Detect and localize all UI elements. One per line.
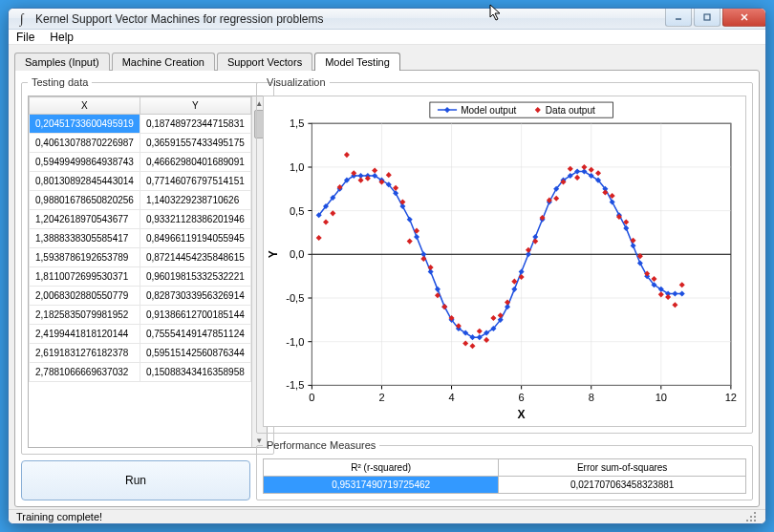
svg-text:2: 2 (378, 392, 384, 403)
svg-text:-1,0: -1,0 (286, 336, 304, 348)
tab-support-vectors[interactable]: Support Vectors (217, 53, 312, 71)
cell-y[interactable]: 0,82873033956326914 (140, 287, 250, 306)
tab-panel-testing: Testing data X Y 0,20451733600495 (14, 70, 760, 507)
performance-legend: Performance Measures (263, 439, 379, 451)
cell-y[interactable]: 0,59515142560876344 (140, 344, 250, 363)
cell-x[interactable]: 1,8110072699530371 (30, 267, 140, 287)
resize-grip[interactable] (744, 510, 758, 523)
titlebar[interactable]: ∫ Kernel Support Vector Machines for reg… (9, 9, 765, 30)
cell-y[interactable]: 1,1403229238710626 (140, 191, 250, 210)
col-header-x[interactable]: X (30, 97, 140, 115)
perf-value-r2[interactable]: 0,95317490719725462 (264, 477, 499, 494)
cell-x[interactable]: 2,6191831276182378 (30, 344, 140, 363)
cell-y[interactable]: 0,91386612700185144 (140, 306, 250, 325)
svg-text:-1,5: -1,5 (286, 380, 304, 392)
table-row[interactable]: 2,78810666696370320,15088343416358958 (30, 363, 251, 382)
table-row[interactable]: 2,18258350799819520,91386612700185144 (30, 306, 251, 325)
testing-data-group: Testing data X Y 0,20451733600495 (21, 76, 274, 455)
perf-value-sse[interactable]: 0,021707063458323881 (499, 477, 746, 494)
svg-text:12: 12 (725, 392, 737, 403)
run-button[interactable]: Run (21, 460, 250, 500)
svg-text:Model output: Model output (461, 105, 516, 116)
svg-text:1,5: 1,5 (290, 118, 304, 130)
svg-text:10: 10 (656, 392, 667, 403)
data-grid[interactable]: X Y 0,204517336004959190,187489723447158… (29, 96, 251, 447)
cell-y[interactable]: 0,77146076797514151 (140, 172, 250, 191)
cell-x[interactable]: 0,98801678650820256 (30, 191, 140, 210)
svg-rect-1 (704, 14, 710, 20)
col-header-y[interactable]: Y (140, 97, 250, 115)
svg-text:Data output: Data output (546, 105, 595, 116)
cell-y[interactable]: 0,75554149147851124 (140, 325, 250, 344)
cell-x[interactable]: 1,3888338305585417 (30, 229, 140, 248)
table-row[interactable]: 2,41994418181201440,75554149147851124 (30, 325, 251, 344)
table-row[interactable]: 1,59387861926537890,87214454235848615 (30, 248, 251, 267)
cell-y[interactable]: 0,93321128386201946 (140, 210, 250, 229)
svg-text:0,0: 0,0 (290, 249, 304, 261)
table-row[interactable]: 0,204517336004959190,18748972344715831 (30, 115, 251, 134)
maximize-button[interactable] (694, 8, 720, 27)
cell-x[interactable]: 0,40613078870226987 (30, 134, 140, 153)
svg-text:Y: Y (267, 251, 280, 259)
cell-y[interactable]: 0,84966119194055945 (140, 229, 250, 248)
right-column: Visualization 024681012-1,5-1,0-0,50,00,… (256, 76, 753, 500)
table-row[interactable]: 2,00683028805507790,82873033956326914 (30, 287, 251, 306)
window-controls (665, 8, 766, 27)
table-row[interactable]: 1,81100726995303710,96019815332532221 (30, 267, 251, 287)
cell-x[interactable]: 0,80130892845443014 (30, 172, 140, 191)
data-grid-wrap: X Y 0,204517336004959190,187489723447158… (28, 96, 268, 448)
svg-rect-58 (750, 520, 752, 521)
svg-text:8: 8 (589, 392, 594, 403)
cell-y[interactable]: 0,15088343416358958 (140, 363, 250, 382)
cell-y[interactable]: 0,18748972344715831 (140, 115, 250, 134)
performance-group: Performance Measures R² (r-squared) Erro… (256, 439, 753, 500)
cell-y[interactable]: 0,46662980401689091 (140, 153, 250, 172)
svg-text:X: X (518, 408, 526, 421)
statusbar: Training complete! (9, 509, 765, 523)
svg-text:4: 4 (448, 392, 454, 403)
cell-x[interactable]: 2,7881066669637032 (30, 363, 140, 382)
cell-x[interactable]: 0,59499499864938743 (30, 153, 140, 172)
table-row[interactable]: 1,20426189705436770,93321128386201946 (30, 210, 251, 229)
chart: 024681012-1,5-1,0-0,50,00,51,01,5XYModel… (263, 96, 746, 427)
menu-file[interactable]: File (16, 31, 34, 44)
performance-table: R² (r-squared) Error sum-of-squares 0,95… (263, 458, 746, 494)
table-row[interactable]: 0,988016786508202561,1403229238710626 (30, 191, 251, 210)
cell-y[interactable]: 0,96019815332532221 (140, 267, 250, 287)
table-row[interactable]: 0,801308928454430140,77146076797514151 (30, 172, 251, 191)
close-button[interactable] (722, 8, 766, 27)
app-window: ∫ Kernel Support Vector Machines for reg… (8, 8, 766, 524)
cell-x[interactable]: 1,5938786192653789 (30, 248, 140, 267)
table-row[interactable]: 0,406130788702269870,36591557433495175 (30, 134, 251, 153)
cell-y[interactable]: 0,87214454235848615 (140, 248, 250, 267)
status-text: Training complete! (16, 511, 102, 522)
svg-text:0,5: 0,5 (290, 205, 304, 217)
window-title: Kernel Support Vector Machines for regre… (35, 12, 760, 26)
app-icon: ∫ (14, 11, 30, 27)
menu-help[interactable]: Help (50, 31, 74, 44)
left-column: Testing data X Y 0,20451733600495 (21, 76, 250, 500)
tab-model-testing[interactable]: Model Testing (314, 53, 400, 71)
tab-samples[interactable]: Samples (Input) (14, 53, 110, 71)
chart-svg: 024681012-1,5-1,0-0,50,00,51,01,5XYModel… (264, 96, 745, 424)
cell-x[interactable]: 0,20451733600495919 (30, 115, 140, 134)
cell-x[interactable]: 2,0068302880550779 (30, 287, 140, 306)
table-row[interactable]: 2,61918312761823780,59515142560876344 (30, 344, 251, 363)
cell-x[interactable]: 2,1825835079981952 (30, 306, 140, 325)
svg-rect-55 (754, 516, 756, 518)
testing-data-legend: Testing data (28, 76, 92, 88)
cell-x[interactable]: 2,4199441818120144 (30, 325, 140, 344)
visualization-legend: Visualization (263, 76, 330, 88)
cell-y[interactable]: 0,36591557433495175 (140, 134, 250, 153)
table-row[interactable]: 1,38883383055854170,84966119194055945 (30, 229, 251, 248)
cell-x[interactable]: 1,2042618970543677 (30, 210, 140, 229)
svg-rect-59 (746, 520, 748, 521)
minimize-button[interactable] (665, 8, 692, 27)
tab-machine-creation[interactable]: Machine Creation (112, 53, 215, 71)
perf-header-r2: R² (r-squared) (264, 459, 499, 477)
perf-header-sse: Error sum-of-squares (499, 459, 746, 477)
svg-rect-57 (754, 520, 756, 521)
table-row[interactable]: 0,594994998649387430,46662980401689091 (30, 153, 251, 172)
svg-text:-0,5: -0,5 (286, 292, 304, 304)
visualization-group: Visualization 024681012-1,5-1,0-0,50,00,… (256, 76, 753, 434)
